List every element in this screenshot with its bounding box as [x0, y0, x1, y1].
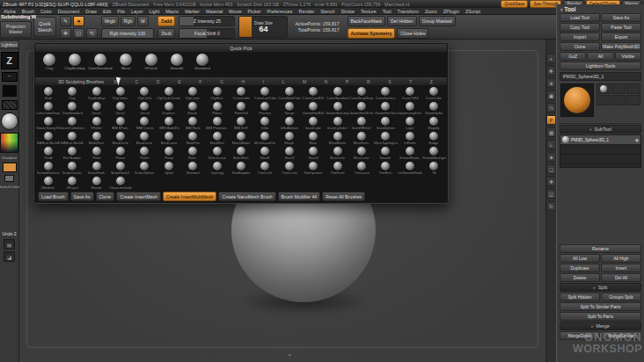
- rgb-intensity-slider[interactable]: Rgb Intensity 100: [101, 28, 154, 39]
- recent-tool-slot[interactable]: [596, 83, 611, 94]
- brush-moveparts[interactable]: MoveParts: [349, 131, 373, 146]
- brush-layer[interactable]: Layer: [398, 116, 421, 131]
- mode-zsub[interactable]: Zsub: [157, 28, 175, 39]
- quickpick-brush-move[interactable]: Move: [113, 53, 138, 70]
- brush-letter-n[interactable]: N: [325, 79, 328, 84]
- note-icon[interactable]: ◪: [4, 251, 15, 262]
- menu-zscript[interactable]: ZScript: [465, 9, 480, 14]
- menu-marker[interactable]: Marker: [185, 9, 200, 14]
- rotate-mode-icon[interactable]: ↻: [86, 28, 98, 39]
- tool-button-load-tool[interactable]: Load Tool: [560, 13, 600, 22]
- brush-smoothstronger[interactable]: SmoothStronger: [422, 146, 446, 161]
- recent-tool-slot[interactable]: [626, 83, 640, 94]
- brush-letter-p[interactable]: P: [346, 79, 348, 84]
- brush-mpolish[interactable]: mPolish: [398, 131, 421, 146]
- brush-wound[interactable]: Wound: [84, 176, 109, 191]
- brush-slash1[interactable]: Slash1: [253, 146, 277, 161]
- popup-button-reset-all-brushes[interactable]: Reset All Brushes: [322, 192, 365, 201]
- menu-macro[interactable]: Macro: [165, 9, 179, 14]
- color-picker-icon[interactable]: [0, 133, 18, 153]
- brush-pena[interactable]: PenA: [36, 146, 60, 161]
- main-color-swatch[interactable]: [3, 163, 17, 172]
- quickpick-brush-claybuildup[interactable]: ClayBuildup: [62, 53, 87, 70]
- recent-tool-slot[interactable]: [611, 83, 626, 94]
- brush-spiral[interactable]: Spiral: [157, 161, 180, 176]
- brush-clipcirclecenter[interactable]: ClipCircleCenter: [157, 86, 180, 101]
- tool-button-save-as[interactable]: Save As: [601, 13, 641, 22]
- brush-damstandard[interactable]: DamStandard: [60, 101, 84, 116]
- brush-trimlasso[interactable]: TrimLasso: [349, 161, 373, 176]
- subtool-item[interactable]: PM3D_Sphere3D_1◉: [560, 135, 640, 145]
- split-button-split-to-similar-parts[interactable]: Split To Similar Parts: [560, 302, 641, 311]
- brush-trimfront[interactable]: TrimFront: [326, 161, 349, 176]
- brush-groomhairshort[interactable]: GroomHairShort: [349, 101, 373, 116]
- recent-tool-slot[interactable]: [596, 95, 611, 105]
- menu-file[interactable]: File: [117, 9, 125, 14]
- brush-letter-g[interactable]: G: [220, 79, 223, 84]
- brush-selectrect[interactable]: SelectRect: [229, 146, 252, 161]
- brush-zmodeler[interactable]: ZModeler: [36, 176, 61, 191]
- mode-rgb[interactable]: Rgb: [121, 16, 136, 26]
- brush-letter-h[interactable]: H: [241, 79, 245, 84]
- brush-snakesphere[interactable]: SnakeSphere: [133, 161, 157, 176]
- brush-deco2[interactable]: Deco2: [108, 101, 132, 116]
- popup-button-save-as[interactable]: Save As: [70, 192, 94, 201]
- brush-imm-primitives[interactable]: IMM Primitives: [205, 116, 229, 131]
- edit-mode-icon[interactable]: ✎: [60, 16, 71, 26]
- brush-nudge[interactable]: Nudge: [422, 131, 446, 146]
- brush-curvetubesnap[interactable]: CurveTubeSnap: [36, 101, 60, 116]
- brush-curvesurface[interactable]: CurveSurface: [374, 86, 398, 101]
- tool-button-visible[interactable]: Visible: [615, 52, 641, 61]
- brush-slash2[interactable]: Slash2: [277, 146, 301, 161]
- brush-meshinsertdot[interactable]: MeshInsertDot: [253, 131, 277, 146]
- brush-flakes[interactable]: Flakes: [205, 101, 229, 116]
- menu-movie[interactable]: Movie: [229, 9, 241, 14]
- brush-trimrect[interactable]: TrimRect: [374, 161, 398, 176]
- brush-letter-e[interactable]: E: [178, 79, 180, 84]
- focal-shift-slider[interactable]: Focal Shift 0: [179, 28, 235, 39]
- brush-trimadaptive[interactable]: TrimAdaptive: [229, 161, 252, 176]
- quicksketch-button[interactable]: Quick Sketch: [33, 17, 56, 37]
- popup-button-brush-modifier-44[interactable]: Brush Modifier 44: [278, 192, 321, 201]
- subtool-button-duplicate[interactable]: Duplicate: [560, 264, 600, 272]
- brush-topology[interactable]: Topology: [205, 161, 229, 176]
- bpr-icon[interactable]: ◐: [546, 54, 556, 63]
- menu-zoom[interactable]: Zoom: [425, 9, 437, 14]
- menu-stroke[interactable]: Stroke: [340, 9, 355, 14]
- scale-mode-icon[interactable]: ◱: [73, 28, 84, 39]
- actual-size-icon[interactable]: ▣: [546, 90, 556, 100]
- brush-insertcube[interactable]: InsertCube: [301, 116, 325, 131]
- brush-groomspike[interactable]: GroomSpike: [422, 101, 446, 116]
- brush-groomhairlong[interactable]: GroomHairLong: [326, 101, 349, 116]
- shelf-button-close-holes[interactable]: Close Holes: [397, 28, 428, 39]
- brush-curvequadfill[interactable]: CurveQuadFill: [301, 86, 325, 101]
- menu-color[interactable]: Color: [40, 9, 52, 14]
- brush-groomhairtoss[interactable]: GroomHairToss: [374, 101, 398, 116]
- brush-insertsphere[interactable]: InsertSphere: [374, 116, 398, 131]
- brush-slicecurve[interactable]: SliceCurve: [349, 146, 373, 161]
- brush-imm-scifi[interactable]: IMM SciFi: [229, 116, 252, 131]
- brush-trimcircle[interactable]: TrimCircle: [253, 161, 277, 176]
- brush-letter-z[interactable]: Z: [430, 79, 433, 84]
- secondary-color-swatch[interactable]: [4, 175, 14, 182]
- brush-planar[interactable]: Planar: [108, 146, 132, 161]
- quickpick-brush-clay[interactable]: Clay: [37, 53, 62, 70]
- brush-letter-f[interactable]: F: [199, 79, 201, 84]
- brush-maskcircle[interactable]: MaskCircle: [108, 131, 132, 146]
- mode-zadd[interactable]: Zadd: [157, 16, 175, 26]
- menu-layer[interactable]: Layer: [131, 9, 143, 14]
- brush-groomlengthen[interactable]: GroomLengthen: [398, 101, 421, 116]
- popup-button-create-nanomesh-brush[interactable]: Create NanoMesh Brush: [218, 192, 275, 201]
- brush-deco3[interactable]: Deco3: [133, 101, 157, 116]
- quickpick-brush-damstandard[interactable]: DamStandard: [88, 53, 113, 70]
- menu-stencil[interactable]: Stencil: [320, 9, 334, 14]
- brush-letter-c[interactable]: C: [135, 79, 139, 84]
- merge-button-mergedown[interactable]: MergeDown: [560, 331, 600, 340]
- tool-button-all[interactable]: All: [587, 52, 613, 61]
- menu-light[interactable]: Light: [149, 9, 159, 14]
- brush-hpolish[interactable]: hPolish: [84, 116, 108, 131]
- subtool-button-all-high[interactable]: All High: [601, 254, 641, 263]
- brush-inflat[interactable]: Inflat: [253, 116, 277, 131]
- subtool-button-delete[interactable]: Delete: [560, 273, 600, 282]
- titlebar-button-quicksave[interactable]: QuickSave: [501, 0, 528, 8]
